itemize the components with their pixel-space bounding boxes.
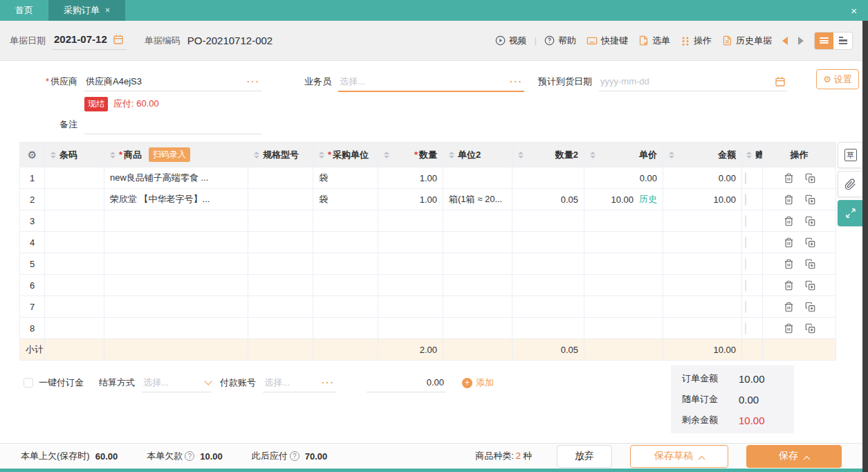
doc-date-field[interactable]: 2021-07-12 — [53, 31, 127, 50]
next-arrow-icon[interactable] — [798, 37, 804, 45]
remark-input[interactable] — [84, 115, 261, 134]
cell-price[interactable] — [584, 232, 663, 253]
cell-price[interactable] — [584, 296, 663, 318]
save-button[interactable]: 保存 — [746, 445, 842, 468]
cell-unit2[interactable] — [443, 210, 513, 232]
cell-qty2[interactable] — [513, 253, 584, 275]
cell-rownum[interactable]: 2 — [20, 189, 45, 210]
draft-button[interactable]: 草 — [838, 142, 862, 168]
cell-qty[interactable]: 1.00 — [378, 167, 443, 189]
pay-account-select[interactable]: 选择...··· — [263, 373, 336, 392]
column-header-spec[interactable]: 规格型号 — [248, 143, 313, 167]
duplicate-row-icon[interactable] — [805, 216, 815, 226]
delete-row-icon[interactable] — [784, 216, 794, 226]
cell-product[interactable] — [104, 275, 248, 296]
settle-method-select[interactable]: 选择... — [142, 373, 211, 392]
duplicate-row-icon[interactable] — [805, 237, 815, 248]
cell-qty2[interactable] — [513, 275, 584, 296]
cell-unit2[interactable] — [443, 167, 513, 189]
cell-amount[interactable] — [663, 318, 742, 339]
cell-product[interactable]: 荣欣堂 【中华老字号】... — [104, 189, 248, 210]
video-link[interactable]: 视频 — [495, 35, 527, 47]
cell-unit[interactable] — [313, 232, 378, 253]
cell-rownum[interactable]: 3 — [20, 210, 45, 232]
column-header-gift[interactable]: 赠 — [742, 143, 763, 167]
cell-unit[interactable]: 袋 — [313, 167, 378, 189]
column-header-unit2[interactable]: 单位2 — [443, 143, 513, 167]
cell-unit2[interactable] — [443, 232, 513, 253]
column-header-unit[interactable]: *采购单位 — [313, 143, 378, 167]
eta-input[interactable]: yyyy-mm-dd — [599, 72, 787, 91]
cell-spec[interactable] — [248, 296, 313, 318]
help-circle-icon[interactable]: ? — [185, 451, 194, 461]
cell-qty[interactable] — [378, 275, 443, 296]
cell-unit[interactable] — [313, 296, 378, 318]
cell-qty[interactable] — [378, 232, 443, 253]
supplier-picker-icon[interactable]: ··· — [247, 76, 260, 87]
cell-barcode[interactable] — [45, 232, 104, 253]
cell-barcode[interactable] — [45, 167, 104, 189]
gift-checkbox[interactable] — [745, 172, 746, 184]
help-circle-icon[interactable]: ? — [290, 451, 299, 461]
attachment-button[interactable] — [838, 171, 862, 197]
cell-unit2[interactable] — [443, 296, 513, 318]
list-view-button[interactable] — [815, 33, 833, 49]
deposit-amount-input[interactable]: 0.00 — [367, 373, 445, 392]
cell-qty[interactable]: 1.00 — [378, 189, 443, 210]
cell-barcode[interactable] — [45, 253, 104, 275]
duplicate-row-icon[interactable] — [805, 259, 815, 269]
cell-price[interactable] — [584, 210, 663, 232]
add-payment-link[interactable]: +添加 — [462, 376, 494, 389]
cell-spec[interactable] — [248, 275, 313, 296]
cell-spec[interactable] — [248, 189, 313, 210]
cell-price[interactable] — [584, 275, 663, 296]
cell-qty[interactable] — [378, 210, 443, 232]
scan-entry-badge[interactable]: 扫码录入 — [149, 147, 190, 162]
cell-rownum[interactable]: 8 — [20, 318, 45, 339]
cell-product[interactable] — [104, 318, 248, 339]
cell-rownum[interactable]: 4 — [20, 232, 45, 253]
cell-product[interactable] — [104, 296, 248, 318]
delete-row-icon[interactable] — [784, 259, 794, 269]
cell-unit[interactable] — [313, 253, 378, 275]
calendar-icon[interactable] — [113, 34, 124, 45]
cell-unit2[interactable] — [443, 318, 513, 339]
supplier-input[interactable]: 供应商A4ejS3 ··· — [84, 72, 261, 91]
column-header-amount[interactable]: 金额 — [663, 143, 742, 167]
duplicate-row-icon[interactable] — [805, 280, 815, 291]
cell-barcode[interactable] — [45, 189, 104, 210]
cell-spec[interactable] — [248, 253, 313, 275]
cell-rownum[interactable]: 6 — [20, 275, 45, 296]
history-docs-link[interactable]: 历史单据 — [722, 35, 772, 47]
cell-price[interactable]: 0.00 — [584, 167, 663, 189]
cell-amount[interactable] — [663, 296, 742, 318]
hotkey-link[interactable]: 快捷键 — [587, 35, 628, 47]
salesman-input[interactable]: 选择... ··· — [338, 72, 524, 91]
column-settings-gear-icon[interactable]: ⚙ — [28, 149, 37, 161]
cell-qty[interactable] — [378, 296, 443, 318]
pick-order-link[interactable]: 选单 — [638, 35, 670, 47]
cell-unit[interactable] — [313, 318, 378, 339]
cell-barcode[interactable] — [45, 296, 104, 318]
cell-qty2[interactable] — [513, 296, 584, 318]
salesman-picker-icon[interactable]: ··· — [510, 76, 523, 87]
cell-amount[interactable] — [663, 210, 742, 232]
card-view-button[interactable] — [833, 33, 852, 49]
cell-amount[interactable] — [663, 232, 742, 253]
pay-account-picker-icon[interactable]: ··· — [322, 377, 335, 388]
cell-unit[interactable] — [313, 275, 378, 296]
cell-spec[interactable] — [248, 318, 313, 339]
cell-unit2[interactable]: 箱(1箱 ≈ 20... — [443, 189, 513, 210]
duplicate-row-icon[interactable] — [805, 302, 815, 312]
column-header-rownum[interactable]: ⚙ — [20, 143, 45, 167]
help-link[interactable]: 帮助 — [544, 35, 576, 47]
cell-amount[interactable] — [663, 253, 742, 275]
cell-product[interactable] — [104, 232, 248, 253]
column-header-qty2[interactable]: 数量2 — [513, 143, 584, 167]
delete-row-icon[interactable] — [784, 280, 794, 291]
duplicate-row-icon[interactable] — [805, 323, 815, 334]
cell-product[interactable] — [104, 210, 248, 232]
cell-amount[interactable]: 0.00 — [663, 167, 742, 189]
cell-rownum[interactable]: 5 — [20, 253, 45, 275]
delete-row-icon[interactable] — [784, 323, 794, 334]
